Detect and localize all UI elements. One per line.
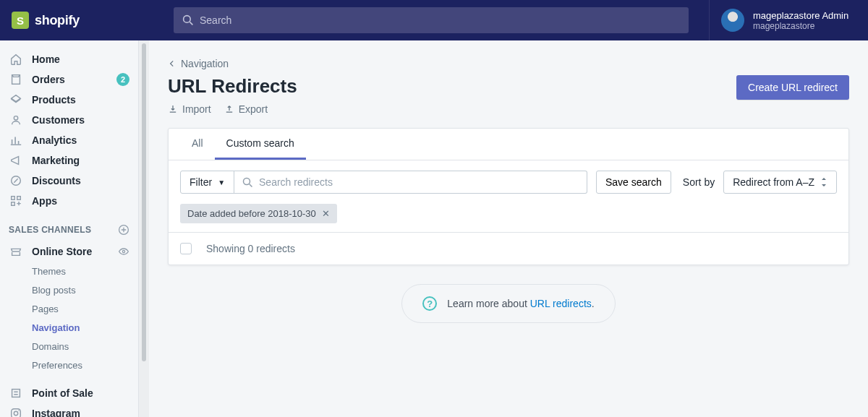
redirects-card: All Custom search Filter ▼ Save search S… — [168, 128, 849, 265]
svg-line-1 — [190, 22, 192, 25]
sidebar-section-sales-channels: SALES CHANNELS — [0, 211, 138, 241]
remove-chip-icon[interactable]: ✕ — [322, 208, 330, 219]
user-menu[interactable]: mageplazastore Admin mageplazastore — [709, 0, 868, 40]
sidebar-section-label: SALES CHANNELS — [9, 225, 91, 235]
learn-link[interactable]: URL redirects — [530, 298, 592, 309]
svg-point-12 — [14, 411, 17, 415]
sidebar-item-orders[interactable]: Orders 2 — [0, 69, 138, 90]
sort-select[interactable]: Redirect from A–Z — [723, 171, 837, 194]
sidebar-sub-domains[interactable]: Domains — [0, 337, 138, 356]
svg-rect-5 — [12, 197, 15, 200]
analytics-icon — [9, 133, 23, 147]
sidebar-sub-blog-posts[interactable]: Blog posts — [0, 280, 138, 299]
page-header: URL Redirects Import Export Create URL r… — [168, 75, 849, 115]
sidebar-item-label: Discounts — [32, 175, 81, 186]
svg-line-15 — [250, 184, 252, 186]
import-button[interactable]: Import — [168, 103, 211, 115]
page-actions: Import Export — [168, 103, 297, 115]
create-redirect-button[interactable]: Create URL redirect — [736, 75, 849, 100]
sidebar-item-label: Instagram — [32, 408, 80, 417]
marketing-icon — [9, 153, 23, 168]
customers-icon — [9, 113, 23, 127]
tabs: All Custom search — [169, 129, 848, 160]
help-icon: ? — [422, 296, 437, 311]
avatar-icon — [721, 9, 744, 32]
sidebar-item-apps[interactable]: Apps — [0, 191, 138, 211]
user-store: mageplazastore — [753, 21, 848, 31]
sidebar-sub-preferences[interactable]: Preferences — [0, 356, 138, 374]
import-icon — [168, 104, 178, 114]
sidebar-sub-navigation[interactable]: Navigation — [0, 318, 138, 337]
sort-by-label: Sort by — [683, 176, 715, 188]
sidebar-item-discounts[interactable]: Discounts — [0, 171, 138, 191]
learn-more-wrap: ? Learn more about URL redirects. — [168, 284, 849, 323]
select-all-checkbox[interactable] — [180, 243, 192, 254]
brand-name: shopify — [35, 13, 80, 28]
export-label: Export — [239, 103, 268, 115]
instagram-icon — [9, 406, 23, 417]
page-title: URL Redirects — [168, 75, 297, 98]
breadcrumb-label: Navigation — [181, 58, 229, 69]
sidebar-item-marketing[interactable]: Marketing — [0, 150, 138, 171]
learn-prefix: Learn more about — [447, 298, 529, 309]
sidebar-item-home[interactable]: Home — [0, 49, 138, 69]
sidebar-item-label: Apps — [32, 195, 57, 207]
sidebar: Home Orders 2 Products Customers Analyti… — [0, 40, 139, 417]
sidebar-sub-themes[interactable]: Themes — [0, 262, 138, 280]
filter-chips: Date added before 2018-10-30 ✕ — [169, 204, 848, 232]
sidebar-item-label: Point of Sale — [32, 387, 93, 399]
filter-button[interactable]: Filter ▼ — [180, 171, 234, 194]
scrollbar-track[interactable] — [139, 40, 149, 417]
svg-point-14 — [244, 178, 250, 184]
caret-down-icon: ▼ — [218, 179, 225, 186]
tab-custom-search[interactable]: Custom search — [215, 129, 306, 160]
svg-rect-10 — [12, 390, 20, 397]
learn-text: Learn more about URL redirects. — [447, 298, 594, 309]
sidebar-item-customers[interactable]: Customers — [0, 110, 138, 130]
sidebar-item-analytics[interactable]: Analytics — [0, 130, 138, 150]
filter-row: Filter ▼ Save search Sort by Redirect fr… — [169, 160, 848, 204]
shopify-logo-icon: S — [12, 12, 29, 29]
apps-icon — [9, 194, 23, 208]
add-channel-icon[interactable] — [118, 224, 129, 236]
sidebar-item-label: Orders — [32, 74, 65, 85]
search-redirects-input[interactable] — [259, 176, 578, 188]
svg-rect-6 — [17, 197, 21, 200]
scrollbar-thumb[interactable] — [142, 43, 146, 361]
svg-point-13 — [18, 410, 19, 410]
logo-area[interactable]: S shopify — [0, 12, 153, 29]
sidebar-item-instagram[interactable]: Instagram — [0, 403, 138, 417]
sidebar-sub-pages[interactable]: Pages — [0, 299, 138, 318]
filter-chip-date: Date added before 2018-10-30 ✕ — [180, 204, 337, 223]
breadcrumb[interactable]: Navigation — [168, 58, 849, 69]
export-icon — [224, 104, 234, 114]
import-label: Import — [182, 103, 211, 115]
learn-suffix: . — [592, 298, 595, 309]
sidebar-item-label: Analytics — [32, 134, 77, 146]
main-content: Navigation URL Redirects Import Export C… — [149, 40, 868, 417]
sidebar-item-label: Customers — [32, 114, 85, 126]
sidebar-item-label: Marketing — [32, 155, 80, 166]
filter-label: Filter — [190, 176, 212, 188]
view-store-icon[interactable] — [118, 246, 129, 257]
search-redirects[interactable] — [234, 171, 587, 194]
orders-badge: 2 — [116, 73, 129, 86]
svg-rect-7 — [12, 202, 15, 206]
products-icon — [9, 93, 23, 107]
sidebar-item-point-of-sale[interactable]: Point of Sale — [0, 383, 138, 403]
svg-point-9 — [122, 250, 124, 252]
online-store-icon — [9, 244, 23, 259]
tab-all[interactable]: All — [180, 129, 215, 160]
svg-point-0 — [184, 16, 191, 23]
sidebar-item-products[interactable]: Products — [0, 90, 138, 110]
save-search-button[interactable]: Save search — [596, 171, 671, 194]
sort-arrows-icon — [820, 177, 827, 187]
global-search-input[interactable] — [200, 14, 680, 26]
global-search[interactable] — [174, 7, 689, 33]
chevron-left-icon — [168, 59, 176, 68]
export-button[interactable]: Export — [224, 103, 268, 115]
sidebar-item-online-store[interactable]: Online Store — [0, 241, 138, 262]
svg-point-3 — [14, 116, 17, 120]
home-icon — [9, 52, 23, 66]
sidebar-item-label: Home — [32, 53, 60, 65]
